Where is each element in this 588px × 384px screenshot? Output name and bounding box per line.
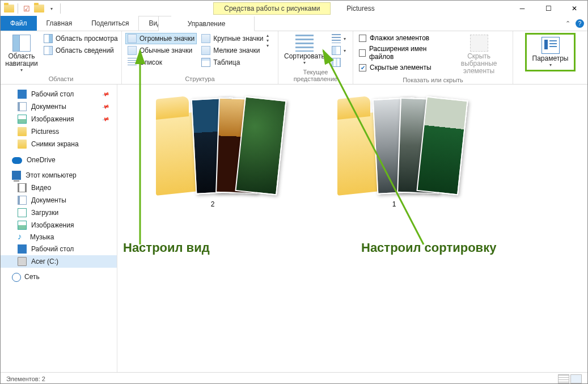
medium-label: Обычные значки bbox=[139, 47, 192, 54]
nav-videos[interactable]: Видео bbox=[1, 182, 117, 194]
nav-pane-icon bbox=[12, 35, 31, 52]
nav-desktop-2[interactable]: Рабочий стол bbox=[1, 243, 117, 255]
list-icon bbox=[128, 58, 137, 67]
nav-downloads[interactable]: Загрузки bbox=[1, 206, 117, 219]
tab-manage[interactable]: Управление bbox=[158, 16, 255, 31]
sort-label: Сортировать bbox=[284, 53, 325, 60]
options-button[interactable]: Параметры ▾ bbox=[525, 33, 576, 71]
sort-icon bbox=[295, 35, 314, 52]
hidden-items-toggle[interactable]: ✔ Скрытые элементы bbox=[357, 62, 445, 73]
add-columns-icon bbox=[332, 46, 341, 55]
nav-network[interactable]: Сеть bbox=[1, 271, 117, 282]
checkbox-icon bbox=[359, 49, 366, 57]
group-show-label: Показать или скрыть bbox=[357, 77, 509, 85]
folder-thumbnail bbox=[156, 88, 269, 196]
nav-desktop[interactable]: Рабочий стол bbox=[1, 88, 117, 100]
large-label: Крупные значки bbox=[213, 35, 263, 43]
small-icon bbox=[201, 46, 210, 55]
tab-share[interactable]: Поделиться bbox=[82, 16, 138, 31]
nav-pictures[interactable]: Изображения bbox=[1, 113, 117, 125]
preview-pane-label: Область просмотра bbox=[56, 35, 118, 43]
quick-access-toolbar: ☑ ▾ bbox=[1, 3, 62, 14]
qat-check-icon[interactable]: ☑ bbox=[22, 3, 32, 14]
extra-large-icons-button[interactable]: Огромные значки bbox=[125, 33, 197, 44]
content-area[interactable]: 2 1 Настроил вид Настроил сортиров bbox=[117, 85, 587, 372]
network-icon bbox=[12, 273, 20, 281]
qat-dropdown-icon[interactable]: ▾ bbox=[46, 3, 57, 14]
list-label: Список bbox=[139, 58, 162, 66]
group-layout-label: Структура bbox=[125, 75, 274, 84]
details-view-icon[interactable] bbox=[558, 374, 569, 383]
nav-picturess[interactable]: Picturess bbox=[1, 125, 117, 138]
medium-icon bbox=[128, 46, 137, 55]
folder-name: 1 bbox=[337, 200, 451, 208]
maximize-button[interactable]: ☐ bbox=[535, 1, 561, 16]
tab-file[interactable]: Файл bbox=[1, 16, 37, 31]
layout-more-icon[interactable]: ▾ bbox=[266, 43, 269, 48]
nav-disk-c[interactable]: Acer (C:) bbox=[1, 255, 117, 268]
small-label: Мелкие значки bbox=[213, 47, 260, 54]
ribbon: Область навигации ▾ Область просмотра Об… bbox=[1, 31, 587, 85]
small-icons-button[interactable]: Мелкие значки bbox=[199, 45, 265, 56]
pc-icon bbox=[12, 171, 21, 180]
status-item-count: Элементов: 2 bbox=[6, 375, 45, 382]
table-button[interactable]: Таблица bbox=[199, 57, 265, 68]
help-icon[interactable]: ? bbox=[576, 19, 584, 28]
context-tab-label: Средства работы с рисунками bbox=[213, 2, 331, 15]
navigation-pane[interactable]: Рабочий стол Документы Изображения Pictu… bbox=[1, 85, 117, 372]
folder-quick-icon[interactable] bbox=[4, 3, 14, 14]
item-checkboxes-toggle[interactable]: Флажки элементов bbox=[357, 33, 445, 43]
nav-screenshots[interactable]: Снимки экрана bbox=[1, 138, 117, 150]
tab-home[interactable]: Главная bbox=[37, 16, 82, 31]
hide-selected-button: Скрыть выбранные элементы bbox=[449, 33, 509, 77]
layout-scroll-up-icon[interactable]: ▴ bbox=[266, 33, 269, 38]
details-pane-button[interactable]: Область сведений bbox=[41, 45, 120, 56]
documents-icon bbox=[18, 102, 27, 111]
disk-icon bbox=[18, 257, 27, 266]
options-label: Параметры bbox=[532, 55, 569, 62]
group-by-button[interactable]: ▾ bbox=[329, 33, 348, 44]
close-button[interactable]: ✕ bbox=[561, 1, 587, 16]
folder-quick-icon-2[interactable] bbox=[34, 3, 44, 14]
documents-icon bbox=[18, 196, 27, 205]
add-columns-button[interactable]: ▾ bbox=[329, 45, 348, 56]
folder-thumbnail bbox=[337, 88, 451, 196]
group-panes: Область навигации ▾ Область просмотра Об… bbox=[1, 31, 122, 84]
list-button[interactable]: Список bbox=[125, 57, 197, 68]
nav-documents[interactable]: Документы bbox=[1, 100, 117, 113]
window-controls: ─ ☐ ✕ bbox=[509, 1, 587, 16]
extra-large-label: Огромные значки bbox=[139, 35, 194, 43]
window-title: Picturess bbox=[346, 5, 374, 12]
extra-large-icon bbox=[128, 34, 137, 43]
large-icons-button[interactable]: Крупные значки bbox=[199, 33, 265, 44]
nav-pane-label: Область навигации bbox=[5, 53, 37, 67]
collapse-ribbon-icon[interactable]: ⌃ bbox=[565, 20, 570, 27]
folder-item[interactable]: 2 bbox=[156, 88, 269, 208]
nav-pane-button[interactable]: Область навигации ▾ bbox=[4, 33, 39, 74]
table-icon bbox=[201, 58, 210, 67]
folder-item[interactable]: 1 bbox=[337, 88, 451, 208]
file-extensions-toggle[interactable]: Расширения имен файлов bbox=[357, 44, 445, 62]
size-columns-button[interactable] bbox=[329, 57, 348, 68]
size-columns-icon bbox=[332, 58, 341, 67]
checkbox-icon bbox=[359, 35, 366, 42]
nav-this-pc[interactable]: Этот компьютер bbox=[1, 169, 117, 182]
minimize-button[interactable]: ─ bbox=[509, 1, 535, 16]
details-pane-icon bbox=[44, 46, 53, 55]
group-show-hide: Флажки элементов Расширения имен файлов … bbox=[353, 31, 513, 84]
preview-pane-button[interactable]: Область просмотра bbox=[41, 33, 120, 44]
downloads-icon bbox=[18, 208, 27, 217]
pictures-icon bbox=[18, 115, 27, 124]
medium-icons-button[interactable]: Обычные значки bbox=[125, 45, 197, 56]
layout-scroll-down-icon[interactable]: ▾ bbox=[266, 38, 269, 43]
sort-button[interactable]: Сортировать ▾ bbox=[282, 33, 327, 67]
nav-onedrive[interactable]: OneDrive bbox=[1, 154, 117, 166]
nav-pictures-2[interactable]: Изображения bbox=[1, 219, 117, 231]
ribbon-tabs: Файл Главная Поделиться Вид Управление ⌃… bbox=[1, 16, 587, 31]
large-view-icon[interactable] bbox=[570, 374, 582, 383]
nav-documents-2[interactable]: Документы bbox=[1, 194, 117, 206]
desktop-icon bbox=[18, 244, 27, 254]
folder-icon bbox=[18, 140, 27, 149]
nav-music[interactable]: Музыка bbox=[1, 231, 117, 243]
hide-selected-label: Скрыть выбранные элементы bbox=[451, 53, 507, 75]
